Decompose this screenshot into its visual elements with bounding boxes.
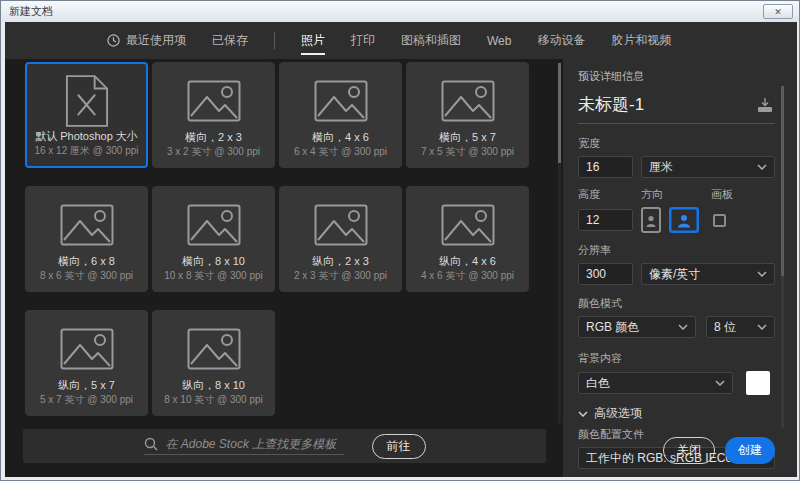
preset-title: 默认 Photoshop 大小 xyxy=(35,130,138,143)
preset-card[interactable]: 横向，6 x 88 x 6 英寸 @ 300 ppi xyxy=(25,186,148,292)
preset-subtitle: 16 x 12 厘米 @ 300 ppi xyxy=(34,145,138,157)
chevron-down-icon xyxy=(757,324,767,330)
chevron-down-icon xyxy=(715,380,725,386)
image-placeholder-icon xyxy=(60,319,114,379)
resolution-unit-select[interactable]: 像素/英寸 xyxy=(641,263,775,285)
window-title: 新建文档 xyxy=(1,4,53,19)
preset-grid-area: 默认 Photoshop 大小16 x 12 厘米 @ 300 ppi横向，2 … xyxy=(5,59,563,477)
clock-icon xyxy=(107,34,120,47)
resolution-unit-value: 像素/英寸 xyxy=(649,266,700,283)
preset-card[interactable]: 横向，2 x 33 x 2 英寸 @ 300 ppi xyxy=(152,62,275,168)
tab-label: 图稿和插图 xyxy=(401,32,461,49)
width-unit-select[interactable]: 厘米 xyxy=(641,156,775,178)
go-button[interactable]: 前往 xyxy=(372,434,426,459)
resolution-input[interactable] xyxy=(578,263,633,285)
orientation-landscape-button[interactable] xyxy=(669,207,699,233)
preset-subtitle: 8 x 10 英寸 @ 300 ppi xyxy=(164,394,263,406)
tab-label: 胶片和视频 xyxy=(611,32,671,49)
image-placeholder-icon xyxy=(187,195,241,255)
window-close-button[interactable]: ✕ xyxy=(763,4,793,19)
chevron-down-icon xyxy=(757,271,767,277)
preset-card[interactable]: 纵向，4 x 64 x 6 英寸 @ 300 ppi xyxy=(406,186,529,292)
image-placeholder-icon xyxy=(187,319,241,379)
height-input[interactable] xyxy=(578,209,633,231)
tab-5[interactable]: Web xyxy=(487,22,511,59)
preset-title: 纵向，8 x 10 xyxy=(182,379,245,392)
preset-subtitle: 10 x 8 英寸 @ 300 ppi xyxy=(164,270,263,282)
category-tablist: 最近使用项已保存照片打印图稿和插图Web移动设备胶片和视频 xyxy=(5,22,671,59)
height-label: 高度 xyxy=(578,187,641,202)
document-title-row: 未标题-1 xyxy=(578,93,775,124)
preset-title: 横向，5 x 7 xyxy=(439,131,496,144)
preset-title: 横向，4 x 6 xyxy=(312,131,369,144)
preset-grid-scrollbar[interactable] xyxy=(558,63,561,423)
save-preset-icon[interactable] xyxy=(755,97,775,113)
color-mode-label: 颜色模式 xyxy=(578,296,775,311)
advanced-options-label: 高级选项 xyxy=(594,405,642,422)
width-input[interactable] xyxy=(578,156,633,178)
preset-card[interactable]: 横向，4 x 66 x 4 英寸 @ 300 ppi xyxy=(279,62,402,168)
stock-search-box xyxy=(144,437,344,455)
chevron-down-icon xyxy=(578,411,588,417)
image-placeholder-icon xyxy=(60,195,114,255)
chevron-down-icon xyxy=(678,324,688,330)
stock-search-strip: 前往 xyxy=(23,429,546,463)
create-button[interactable]: 创建 xyxy=(725,437,775,464)
advanced-options-toggle[interactable]: 高级选项 xyxy=(578,405,775,422)
tab-6[interactable]: 移动设备 xyxy=(537,22,585,59)
preset-subtitle: 3 x 2 英寸 @ 300 ppi xyxy=(167,146,260,158)
tab-4[interactable]: 图稿和插图 xyxy=(401,22,461,59)
preset-title: 横向，8 x 10 xyxy=(182,255,245,268)
color-mode-select[interactable]: RGB 颜色 xyxy=(578,316,696,338)
preset-subtitle: 2 x 3 英寸 @ 300 ppi xyxy=(294,270,387,282)
tab-2[interactable]: 照片 xyxy=(301,22,325,59)
tab-label: 移动设备 xyxy=(537,32,585,49)
preset-subtitle: 6 x 4 英寸 @ 300 ppi xyxy=(294,146,387,158)
psd-document-icon xyxy=(65,72,109,130)
preset-subtitle: 7 x 5 英寸 @ 300 ppi xyxy=(421,146,514,158)
preset-title: 纵向，4 x 6 xyxy=(439,255,496,268)
orientation-portrait-button[interactable] xyxy=(641,207,661,233)
preset-card[interactable]: 纵向，5 x 75 x 7 英寸 @ 300 ppi xyxy=(25,310,148,416)
search-icon xyxy=(144,437,158,451)
close-button[interactable]: 关闭 xyxy=(663,437,715,464)
tab-1[interactable]: 已保存 xyxy=(212,22,248,59)
bit-depth-select[interactable]: 8 位 xyxy=(706,316,775,338)
new-document-dialog: 新建文档 ✕ 最近使用项已保存照片打印图稿和插图Web移动设备胶片和视频 默认 … xyxy=(0,0,800,481)
tab-label: Web xyxy=(487,34,511,48)
preset-card[interactable]: 横向，5 x 77 x 5 英寸 @ 300 ppi xyxy=(406,62,529,168)
scrollbar-thumb[interactable] xyxy=(558,63,561,163)
background-label: 背景内容 xyxy=(578,351,775,366)
tab-7[interactable]: 胶片和视频 xyxy=(611,22,671,59)
image-placeholder-icon xyxy=(187,71,241,131)
preset-subtitle: 5 x 7 英寸 @ 300 ppi xyxy=(40,394,133,406)
artboard-checkbox[interactable] xyxy=(713,214,726,227)
background-select[interactable]: 白色 xyxy=(578,372,733,394)
color-mode-value: RGB 颜色 xyxy=(586,319,639,336)
document-title-input[interactable]: 未标题-1 xyxy=(578,93,644,116)
preset-title: 横向，2 x 3 xyxy=(185,131,242,144)
chevron-down-icon xyxy=(757,164,767,170)
background-color-swatch[interactable] xyxy=(746,371,770,395)
tab-0[interactable]: 最近使用项 xyxy=(107,22,186,59)
stock-search-input[interactable] xyxy=(166,437,344,451)
tab-label: 已保存 xyxy=(212,32,248,49)
preset-subtitle: 4 x 6 英寸 @ 300 ppi xyxy=(421,270,514,282)
tab-label: 打印 xyxy=(351,32,375,49)
dialog-content: 最近使用项已保存照片打印图稿和插图Web移动设备胶片和视频 默认 Photosh… xyxy=(5,22,797,477)
preset-card[interactable]: 横向，8 x 1010 x 8 英寸 @ 300 ppi xyxy=(152,186,275,292)
image-placeholder-icon xyxy=(441,195,495,255)
preset-card[interactable]: 纵向，8 x 108 x 10 英寸 @ 300 ppi xyxy=(152,310,275,416)
preset-title: 纵向，5 x 7 xyxy=(58,379,115,392)
tab-divider xyxy=(274,32,275,49)
preset-card[interactable]: 纵向，2 x 32 x 3 英寸 @ 300 ppi xyxy=(279,186,402,292)
panel-header: 预设详细信息 xyxy=(578,69,775,84)
tab-3[interactable]: 打印 xyxy=(351,22,375,59)
scrollbar-thumb[interactable] xyxy=(781,86,784,276)
panel-scrollbar[interactable] xyxy=(781,86,784,428)
width-unit-value: 厘米 xyxy=(649,159,673,176)
bit-depth-value: 8 位 xyxy=(714,319,736,336)
preset-card[interactable]: 默认 Photoshop 大小16 x 12 厘米 @ 300 ppi xyxy=(25,62,148,168)
category-tabbar: 最近使用项已保存照片打印图稿和插图Web移动设备胶片和视频 xyxy=(5,22,797,59)
width-label: 宽度 xyxy=(578,136,775,151)
